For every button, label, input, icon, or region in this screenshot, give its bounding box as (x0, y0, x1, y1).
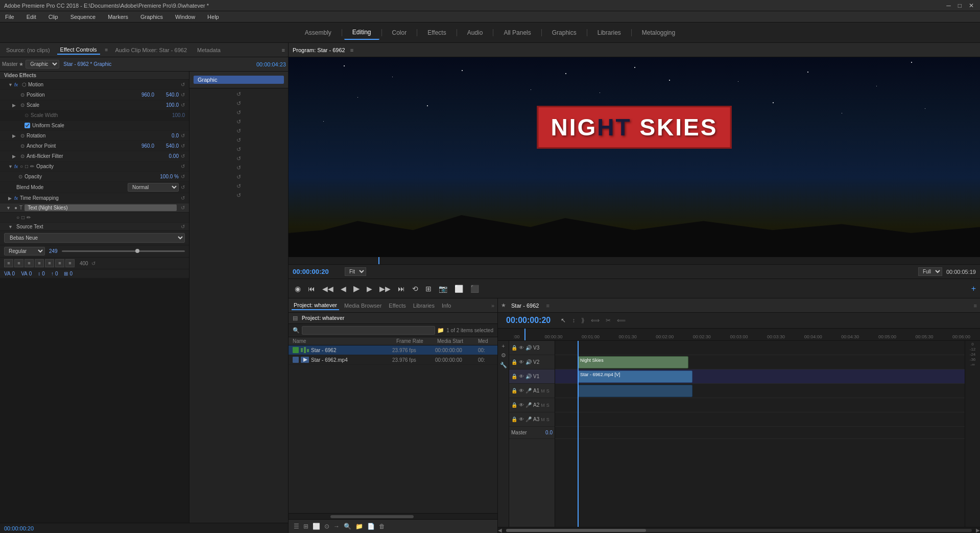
fast-fwd-btn[interactable]: ▶▶ (377, 284, 393, 294)
reset-icon-5[interactable]: ↺ (236, 127, 242, 135)
monitor-timecode[interactable]: 00:00:00:20 (293, 268, 339, 275)
anti-flicker-value[interactable]: 0.00 (158, 153, 179, 159)
tab-assembly[interactable]: Assembly (297, 26, 340, 39)
effect-controls-menu-icon[interactable]: ≡ (105, 47, 108, 53)
align-center-btn[interactable]: ≡ (14, 259, 23, 267)
reset-icon-7[interactable]: ↺ (236, 146, 242, 153)
tab-metalogging[interactable]: Metalogging (634, 26, 683, 39)
scale-toggle[interactable]: ▶ (12, 103, 18, 108)
a2-s-btn[interactable]: S (546, 403, 549, 408)
uniform-scale-checkbox[interactable] (25, 123, 30, 128)
text-layer-toggle[interactable]: ▼ (6, 205, 12, 211)
a1-m-btn[interactable]: M (541, 388, 545, 393)
a3-eye-icon[interactable]: 👁 (519, 416, 524, 422)
reset-icon-4[interactable]: ↺ (236, 118, 242, 126)
monitor-timeline-strip[interactable] (289, 257, 980, 264)
v1-eye-icon[interactable]: 👁 (519, 374, 524, 379)
tab-all-panels[interactable]: All Panels (495, 26, 539, 39)
a1-s-btn[interactable]: S (546, 388, 549, 393)
v2-eye-icon[interactable]: 👁 (519, 359, 524, 365)
tl-wrench-btn[interactable]: 🔧 (500, 362, 507, 368)
v3-eye-icon[interactable]: 👁 (519, 345, 524, 351)
timeline-scroll-bar[interactable]: ◀ ▶ (498, 527, 980, 533)
anti-flicker-toggle[interactable]: ▶ (12, 154, 18, 159)
reset-icon-12[interactable]: ↺ (236, 192, 242, 199)
timeline-tab[interactable]: Star - 6962 (509, 302, 541, 310)
proj-icon-view-btn[interactable]: ⊞ (302, 522, 309, 531)
proj-find-btn[interactable]: 🔍 (343, 522, 352, 531)
proj-automate-btn[interactable]: → (332, 522, 341, 531)
monitor-menu-icon[interactable]: ≡ (350, 47, 353, 53)
text-circle-icon[interactable]: ○ (16, 215, 19, 220)
fit-select[interactable]: Fit (345, 267, 366, 276)
opacity-value[interactable]: 100.0 % (158, 174, 179, 179)
add-to-sequence-btn[interactable]: + (971, 284, 976, 293)
tab-effects[interactable]: Effects (419, 26, 454, 39)
align-left-btn[interactable]: ≡ (4, 259, 13, 267)
metadata-tab[interactable]: Metadata (194, 46, 224, 54)
info-tab[interactable]: Info (440, 302, 453, 310)
clip-star-video[interactable]: Star - 6962.mp4 [V] (578, 370, 692, 383)
timeline-panel-menu[interactable]: ≡ (546, 303, 549, 309)
reset-icon-6[interactable]: ↺ (236, 136, 242, 144)
timeline-menu-icon[interactable]: ≡ (974, 303, 977, 309)
a1-audio-icon[interactable]: 🎤 (525, 388, 532, 393)
opacity-rect-icon[interactable]: □ (25, 164, 28, 169)
scroll-thumb-inner[interactable] (506, 529, 646, 532)
v2-lock-icon[interactable]: 🔒 (511, 359, 517, 365)
position-y-value[interactable]: 540.0 (158, 92, 179, 98)
source-text-reset[interactable]: ↺ (181, 224, 185, 229)
tl-settings-btn[interactable]: ⚙ (501, 352, 506, 359)
clip-night-skies[interactable]: Night Skies (578, 356, 688, 368)
anti-flicker-reset[interactable]: ↺ (181, 153, 185, 159)
opacity-circle-icon[interactable]: ○ (20, 164, 23, 169)
project-item-star-6962[interactable]: Star - 6962 23.976 fps 00:00:00:00 00: (289, 345, 497, 355)
position-x-value[interactable]: 960.0 (134, 92, 154, 98)
safe-margins-btn[interactable]: ⊞ (423, 284, 434, 294)
media-browser-tab[interactable]: Media Browser (342, 302, 384, 310)
panel-menu-icon[interactable]: ≡ (282, 47, 285, 53)
master-track-value[interactable]: 0.0 (545, 430, 553, 435)
reset-icon-3[interactable]: ↺ (236, 109, 242, 117)
text-layer-vis-icon[interactable]: ● (14, 205, 17, 211)
reset-icon-9[interactable]: ↺ (236, 164, 242, 172)
a2-m-btn[interactable]: M (541, 403, 545, 408)
tl-select-tool[interactable]: ↖ (561, 317, 566, 324)
a3-m-btn[interactable]: M (541, 417, 545, 422)
project-scroll-thumb[interactable] (330, 515, 414, 518)
time-remapping-reset[interactable]: ↺ (181, 195, 185, 201)
rewind-btn[interactable]: ◀◀ (320, 284, 336, 294)
opacity-reset[interactable]: ↺ (181, 164, 185, 169)
align-justify-all-btn[interactable]: ≡ (65, 259, 75, 267)
a1-lock-icon[interactable]: 🔒 (511, 388, 517, 393)
tl-razor-tool[interactable]: ✂ (606, 317, 611, 324)
step-back-btn[interactable]: ⏮ (306, 284, 317, 294)
project-search-input[interactable] (302, 326, 435, 335)
master-dropdown[interactable]: Graphic (26, 60, 59, 68)
scale-width-value[interactable]: 100.0 (164, 112, 185, 118)
size-slider-track[interactable] (62, 250, 185, 252)
tracking-reset[interactable]: ↺ (91, 261, 95, 266)
text-rect-icon[interactable]: □ (21, 215, 25, 220)
tab-graphics[interactable]: Graphics (544, 26, 585, 39)
timeline-timecode[interactable]: 00:00:00:20 (502, 314, 555, 327)
source-no-clips-tab[interactable]: Source: (no clips) (3, 46, 53, 54)
menu-window[interactable]: Window (173, 13, 197, 21)
source-text-toggle[interactable]: ▼ (8, 224, 14, 229)
v3-audio-icon[interactable]: 🔊 (525, 345, 532, 351)
reset-icon-8[interactable]: ↺ (236, 155, 242, 163)
opacity-toggle[interactable]: ▼ (8, 164, 14, 169)
minimize-button[interactable]: ─ (944, 2, 953, 9)
a2-eye-icon[interactable]: 👁 (519, 402, 524, 408)
a2-audio-icon[interactable]: 🎤 (525, 402, 532, 408)
tl-add-track-btn[interactable]: + (501, 343, 505, 349)
rotation-value[interactable]: 0.0 (158, 133, 179, 138)
proj-new-bin-btn[interactable]: 📁 (354, 522, 364, 531)
v1-lock-icon[interactable]: 🔒 (511, 374, 517, 379)
tl-roll-tool[interactable]: ⟺ (591, 317, 600, 324)
align-justify-right-btn[interactable]: ≡ (55, 259, 64, 267)
clip-star-audio-a1[interactable] (578, 385, 692, 397)
a3-audio-icon[interactable]: 🎤 (525, 416, 532, 422)
scale-value[interactable]: 100.0 (158, 102, 179, 108)
a2-lock-icon[interactable]: 🔒 (511, 402, 517, 408)
